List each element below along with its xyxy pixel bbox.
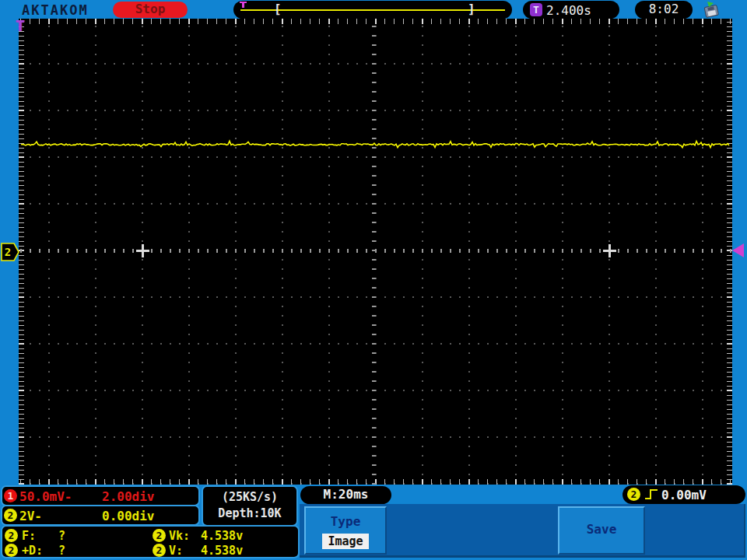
measurements-readout: 2 F: ? 2 Vk: 4.538v 2 +D: ? 2 V: 4.538v xyxy=(1,525,300,558)
trigger-level-corner-marker: T xyxy=(16,17,24,34)
trigger-level-value: 0.00mV xyxy=(661,488,707,502)
timebase-readout: M:20ms xyxy=(300,486,391,504)
acquisition-readout: (25KS/s) Depth:10K xyxy=(202,485,298,527)
meas-value: ? xyxy=(58,529,65,543)
top-status-bar: AKTAKOM Stop [ ] T 2.400s 8:02 xyxy=(0,0,747,19)
trigger-source-badge: 2 xyxy=(627,488,640,501)
trigger-t-icon: T xyxy=(530,3,542,16)
softkey-menu: Type Image Save xyxy=(300,504,745,558)
measurement-row: 2 F: ? 2 Vk: 4.538v xyxy=(2,528,298,543)
meas-badge: 2 xyxy=(153,529,166,542)
meas-label: F: xyxy=(22,529,36,543)
run-state-badge: Stop xyxy=(113,2,188,18)
waveform-display xyxy=(19,19,732,485)
ch1-badge: 1 xyxy=(4,489,17,502)
usb-storage-icon xyxy=(700,1,722,19)
oscilloscope-screen: AKTAKOM Stop [ ] T 2.400s 8:02 xyxy=(0,0,747,560)
trigger-level-readout: 2 0.00mV xyxy=(622,485,745,504)
measurement-row: 2 +D: ? 2 V: 4.538v xyxy=(2,543,298,558)
trigger-position-marker-icon-stem xyxy=(242,2,244,8)
meas-badge: 2 xyxy=(5,544,18,557)
ch2-scale: 2V- xyxy=(19,509,42,523)
window-bracket-right: ] xyxy=(468,2,475,16)
meas-badge: 2 xyxy=(5,529,18,542)
ch1-scale: 50.0mV- xyxy=(19,489,72,504)
brand-logo: AKTAKOM xyxy=(22,2,89,18)
memory-depth: Depth:10K xyxy=(203,506,296,520)
sample-rate: (25KS/s) xyxy=(203,490,296,504)
meas-badge: 2 xyxy=(153,544,166,557)
meas-label: Vk: xyxy=(169,529,190,543)
ch2-badge: 2 xyxy=(4,509,17,522)
meas-value: 4.538v xyxy=(201,529,243,543)
save-button[interactable]: Save xyxy=(558,506,645,555)
clock: 8:02 xyxy=(635,1,693,19)
trigger-time-readout: T 2.400s xyxy=(523,1,619,19)
meas-value: ? xyxy=(58,544,65,558)
window-bracket-left: [ xyxy=(274,2,282,16)
trigger-position-bar: [ ] xyxy=(233,1,512,19)
meas-label: +D: xyxy=(22,544,43,558)
svg-text:2: 2 xyxy=(5,246,11,258)
rising-edge-icon xyxy=(644,488,658,501)
type-button[interactable]: Type Image xyxy=(304,506,387,555)
type-selected-value: Image xyxy=(322,534,368,549)
type-button-label: Type xyxy=(306,514,385,529)
trigger-time-value: 2.400s xyxy=(546,3,591,18)
ch1-offset: 2.00div xyxy=(102,489,154,504)
meas-label: V: xyxy=(169,544,183,558)
ch2-offset: 0.00div xyxy=(102,509,154,523)
ch2-waveform-trace xyxy=(19,19,732,485)
ch1-readout: 1 50.0mV- 2.00div xyxy=(1,485,200,506)
trigger-level-arrow-icon xyxy=(731,243,745,258)
ch2-position-marker: 2 xyxy=(1,242,20,262)
ch2-readout: 2 2V- 0.00div xyxy=(1,505,200,526)
meas-value: 4.538v xyxy=(201,544,243,558)
